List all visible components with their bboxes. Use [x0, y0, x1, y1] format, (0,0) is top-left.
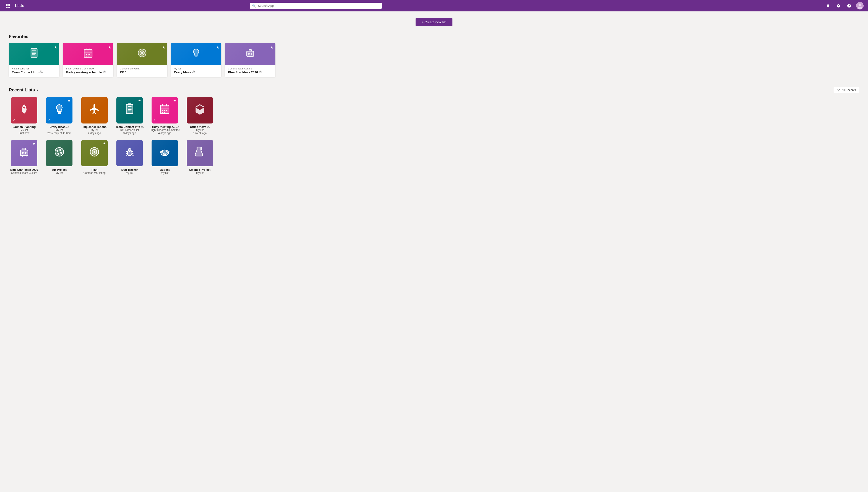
list-owner: My list: [126, 171, 133, 174]
svg-rect-25: [90, 54, 90, 55]
recent-thumb: [81, 97, 108, 123]
trend-icon: ↗: [48, 119, 50, 122]
trend-icon: ↗: [153, 119, 156, 122]
recent-card[interactable]: ★ ↗ Friday meeting s... Bright Dreams Co…: [149, 97, 180, 135]
favorite-card[interactable]: ★ Contoso Marketing Plan: [117, 43, 168, 77]
search-icon: 🔍: [252, 4, 256, 7]
recent-card[interactable]: ★ ↗ Crazy Ideas My list Yesterday at 4:3…: [44, 97, 75, 135]
app-header: Lists 🔍: [0, 0, 868, 11]
favorite-card[interactable]: ★ My list Crazy Ideas: [171, 43, 222, 77]
svg-point-10: [859, 3, 861, 6]
svg-rect-8: [9, 7, 10, 8]
list-owner: My list: [56, 128, 63, 132]
shared-icon: [103, 70, 106, 74]
svg-point-35: [248, 53, 250, 55]
svg-point-59: [208, 126, 209, 127]
favorite-card[interactable]: ★ Kat Larson's list Team Contact Info: [9, 43, 59, 77]
recent-thumb: [152, 140, 178, 166]
favorites-section: Favorites ★ Kat Larson's list Team Conta…: [9, 34, 859, 77]
list-name: Launch Planning: [13, 125, 36, 128]
svg-point-28: [104, 71, 105, 72]
list-name: Team Contact Info: [12, 70, 56, 74]
list-owner: My list: [196, 128, 204, 132]
svg-rect-34: [249, 49, 252, 51]
help-icon[interactable]: [846, 2, 852, 9]
recent-card[interactable]: Art Project My list: [44, 140, 75, 174]
avatar[interactable]: [856, 2, 864, 9]
main-content: + Create new list Favorites ★ Kat Larson…: [0, 11, 868, 181]
recent-card[interactable]: ★ Blue Star Ideas 2020 Contoso Team Cult…: [9, 140, 40, 174]
list-owner: Bright Dreams Committee: [150, 128, 180, 132]
list-name: Plan: [120, 70, 164, 74]
create-new-list-button[interactable]: + Create new list: [415, 18, 453, 26]
list-icon: [245, 48, 255, 60]
shared-icon: [259, 70, 262, 74]
star-icon: ★: [68, 99, 71, 102]
list-name: Office move: [190, 125, 210, 128]
all-recents-button[interactable]: All Recents: [834, 87, 859, 93]
recent-card[interactable]: Bug Tracker My list: [114, 140, 145, 174]
svg-rect-33: [247, 51, 254, 56]
favorites-title: Favorites: [9, 34, 28, 39]
list-time: 1 week ago: [193, 132, 206, 135]
recent-card[interactable]: Trip cancellations My list 2 days ago: [79, 97, 110, 135]
list-owner: Contoso Team Culture: [228, 67, 272, 70]
list-owner: Contoso Team Culture: [11, 171, 37, 174]
settings-icon[interactable]: [835, 2, 842, 9]
svg-rect-0: [6, 4, 7, 5]
list-name: Art Project: [52, 168, 67, 171]
recent-card[interactable]: Science Project My list: [184, 140, 215, 174]
recent-thumb: [187, 97, 213, 123]
recent-card[interactable]: ★ Team Contact Info Kat Larson's list 3 …: [114, 97, 145, 135]
recent-card[interactable]: ★ Plan Contoso Marketing: [79, 140, 110, 174]
shared-icon: [40, 70, 43, 74]
svg-rect-6: [6, 7, 7, 8]
svg-rect-3: [6, 5, 7, 6]
star-icon: ★: [138, 99, 141, 102]
list-owner: My list: [56, 171, 63, 174]
svg-rect-12: [31, 49, 37, 57]
recents-chevron[interactable]: ▾: [37, 88, 38, 92]
list-owner: My list: [161, 171, 169, 174]
list-owner: My list: [20, 128, 28, 132]
list-owner: My list: [196, 171, 204, 174]
svg-rect-5: [9, 5, 10, 6]
recent-thumb: ★: [117, 97, 143, 123]
recent-thumb: ★: [11, 140, 37, 166]
svg-rect-24: [87, 54, 88, 55]
notifications-icon[interactable]: [824, 2, 832, 9]
recent-grid: ↗ Launch Planning My list Just now ★ ↗ C…: [9, 97, 859, 135]
favorite-card[interactable]: ★ Contoso Team Culture Blue Star Ideas 2…: [225, 43, 275, 77]
recent-thumb: [187, 140, 213, 166]
list-icon: [191, 48, 201, 60]
waffle-icon[interactable]: [4, 2, 11, 9]
recent-thumb: ★ ↗: [152, 97, 178, 123]
svg-rect-17: [33, 48, 35, 49]
list-time: 4 days ago: [158, 132, 171, 135]
recent-thumb: ↗: [11, 97, 37, 123]
svg-rect-1: [7, 4, 8, 5]
svg-rect-27: [87, 56, 88, 56]
favorite-card[interactable]: ★ Bright Dreams Committee Friday meeting…: [63, 43, 113, 77]
list-owner: Contoso Marketing: [120, 67, 164, 70]
recent-thumb: ★ ↗: [46, 97, 73, 123]
svg-rect-23: [86, 54, 87, 55]
list-name: Crazy Ideas: [174, 70, 218, 74]
list-name: Friday meeting schedule: [66, 70, 110, 74]
svg-rect-4: [7, 5, 8, 6]
list-icon: [83, 48, 93, 60]
recent-card[interactable]: Budget My list: [149, 140, 180, 174]
all-recents-label: All Recents: [841, 88, 856, 92]
list-icon: [137, 48, 147, 60]
recents-header: Recent Lists ▾ All Recents: [9, 87, 859, 93]
list-time: 3 days ago: [123, 132, 136, 135]
star-icon: ★: [33, 142, 35, 145]
search-input[interactable]: [250, 3, 382, 9]
create-btn-wrapper: + Create new list: [9, 18, 859, 26]
list-owner: My list: [174, 67, 218, 70]
favorites-header: Favorites: [9, 34, 859, 39]
recent-card[interactable]: ↗ Launch Planning My list Just now: [9, 97, 40, 135]
list-owner: Kat Larson's list: [120, 128, 139, 132]
list-time: Just now: [19, 132, 29, 135]
recent-card[interactable]: Office move My list 1 week ago: [184, 97, 215, 135]
